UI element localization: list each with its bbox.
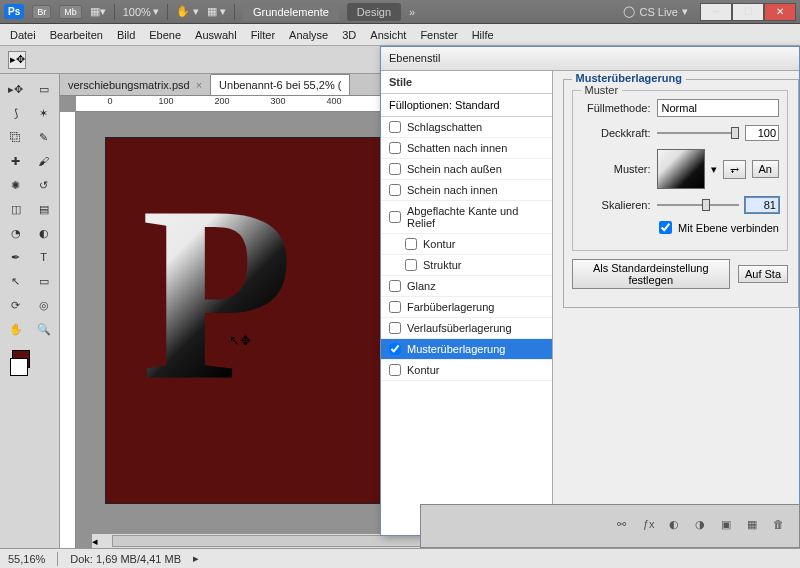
hand-icon[interactable]: ✋ ▾ <box>176 5 199 18</box>
menu-ansicht[interactable]: Ansicht <box>370 29 406 41</box>
menu-auswahl[interactable]: Auswahl <box>195 29 237 41</box>
checkbox[interactable] <box>389 322 401 334</box>
blend-mode-select[interactable]: Normal <box>657 99 779 117</box>
workspace-grundelemente[interactable]: Grundelemente <box>243 3 339 21</box>
link-icon[interactable]: ⚯ <box>617 518 633 534</box>
gradient-tool[interactable]: ▤ <box>31 198 57 220</box>
pen-tool[interactable]: ✒ <box>3 246 29 268</box>
magic-wand-tool[interactable]: ✶ <box>31 102 57 124</box>
move-tool[interactable]: ▸✥ <box>3 78 29 100</box>
menu-bild[interactable]: Bild <box>117 29 135 41</box>
snap-to-origin-button[interactable]: ⥅ <box>723 160 746 179</box>
effect-outer-glow[interactable]: Schein nach außen <box>381 159 552 180</box>
checkbox[interactable] <box>389 163 401 175</box>
folder-icon[interactable]: ▣ <box>721 518 737 534</box>
menu-hilfe[interactable]: Hilfe <box>472 29 494 41</box>
effect-inner-shadow[interactable]: Schatten nach innen <box>381 138 552 159</box>
status-chevron-icon[interactable]: ▸ <box>193 552 199 565</box>
trash-icon[interactable]: 🗑 <box>773 518 789 534</box>
blur-tool[interactable]: ◔ <box>3 222 29 244</box>
cslive-chevron-icon[interactable]: ▾ <box>682 5 688 18</box>
hand-tool[interactable]: ✋ <box>3 318 29 340</box>
canvas[interactable]: P ↖✥ <box>106 138 391 503</box>
menu-filter[interactable]: Filter <box>251 29 275 41</box>
minimize-button[interactable]: ━ <box>700 3 732 21</box>
effect-satin[interactable]: Glanz <box>381 276 552 297</box>
menu-ebene[interactable]: Ebene <box>149 29 181 41</box>
fx-icon[interactable]: ƒx <box>643 518 659 534</box>
eraser-tool[interactable]: ◫ <box>3 198 29 220</box>
close-icon[interactable]: × <box>196 79 202 91</box>
maximize-button[interactable]: ☐ <box>732 3 764 21</box>
zoom-level[interactable]: 55,16% <box>8 553 45 565</box>
mask-icon[interactable]: ◐ <box>669 518 685 534</box>
brush-tool[interactable]: 🖌 <box>31 150 57 172</box>
checkbox[interactable] <box>389 343 401 355</box>
checkbox[interactable] <box>389 301 401 313</box>
close-button[interactable]: ✕ <box>764 3 796 21</box>
opacity-slider[interactable] <box>657 132 739 134</box>
checkbox[interactable] <box>389 121 401 133</box>
checkbox[interactable] <box>389 142 401 154</box>
shape-tool[interactable]: ▭ <box>31 270 57 292</box>
scroll-left-icon[interactable]: ◂ <box>92 535 98 548</box>
checkbox[interactable] <box>389 280 401 292</box>
menu-fenster[interactable]: Fenster <box>420 29 457 41</box>
adjustment-icon[interactable]: ◑ <box>695 518 711 534</box>
effect-gradient-overlay[interactable]: Verlaufsüberlagerung <box>381 318 552 339</box>
background-color-swatch[interactable] <box>10 358 28 376</box>
opacity-input[interactable]: 100 <box>745 125 779 141</box>
effect-pattern-overlay[interactable]: Musterüberlagerung <box>381 339 552 360</box>
an-button[interactable]: An <box>752 160 779 178</box>
effect-drop-shadow[interactable]: Schlagschatten <box>381 117 552 138</box>
menu-bearbeiten[interactable]: Bearbeiten <box>50 29 103 41</box>
lasso-tool[interactable]: ⟆ <box>3 102 29 124</box>
dodge-tool[interactable]: ◐ <box>31 222 57 244</box>
3d-tool[interactable]: ⟳ <box>3 294 29 316</box>
checkbox[interactable] <box>405 238 417 250</box>
marquee-tool[interactable]: ▭ <box>31 78 57 100</box>
minibridge-badge[interactable]: Mb <box>59 5 82 19</box>
workspace-design[interactable]: Design <box>347 3 401 21</box>
scale-slider[interactable] <box>657 204 739 206</box>
menu-datei[interactable]: Datei <box>10 29 36 41</box>
pattern-dropdown-icon[interactable]: ▾ <box>711 163 717 176</box>
scale-input[interactable]: 81 <box>745 197 779 213</box>
crop-tool[interactable]: ⿻ <box>3 126 29 148</box>
document-size[interactable]: Dok: 1,69 MB/4,41 MB <box>70 553 181 565</box>
zoom-tool[interactable]: 🔍 <box>31 318 57 340</box>
zoom-dropdown[interactable]: 100% ▾ <box>123 5 159 18</box>
effect-color-overlay[interactable]: Farbüberlagerung <box>381 297 552 318</box>
menu-3d[interactable]: 3D <box>342 29 356 41</box>
styles-header[interactable]: Stile <box>381 71 552 94</box>
3d-camera-tool[interactable]: ◎ <box>31 294 57 316</box>
history-brush-tool[interactable]: ↺ <box>31 174 57 196</box>
blend-options-row[interactable]: Fülloptionen: Standard <box>381 94 552 117</box>
workspace-more[interactable]: » <box>409 6 415 18</box>
checkbox[interactable] <box>389 184 401 196</box>
new-layer-icon[interactable]: ▦ <box>747 518 763 534</box>
move-tool-icon[interactable]: ▸✥ <box>8 51 26 69</box>
checkbox[interactable] <box>389 364 401 376</box>
healing-tool[interactable]: ✚ <box>3 150 29 172</box>
tab-verschiebungsmatrix[interactable]: verschiebungsmatrix.psd× <box>60 75 211 95</box>
reset-default-button[interactable]: Auf Sta <box>738 265 788 283</box>
eyedropper-tool[interactable]: ✎ <box>31 126 57 148</box>
dialog-title[interactable]: Ebenenstil <box>381 47 799 71</box>
stamp-tool[interactable]: ✺ <box>3 174 29 196</box>
checkbox[interactable] <box>405 259 417 271</box>
effect-bevel[interactable]: Abgeflachte Kante und Relief <box>381 201 552 234</box>
make-default-button[interactable]: Als Standardeinstellung festlegen <box>572 259 730 289</box>
grid-icon[interactable]: ▦ ▾ <box>207 5 226 18</box>
bridge-badge[interactable]: Br <box>32 5 51 19</box>
effect-inner-glow[interactable]: Schein nach innen <box>381 180 552 201</box>
menu-analyse[interactable]: Analyse <box>289 29 328 41</box>
link-layer-checkbox[interactable] <box>659 221 672 234</box>
tab-unbenannt[interactable]: Unbenannt-6 bei 55,2% ( <box>211 74 350 95</box>
type-tool[interactable]: T <box>31 246 57 268</box>
checkbox[interactable] <box>389 211 401 223</box>
cslive-label[interactable]: CS Live <box>639 6 678 18</box>
screen-mode-dropdown[interactable]: ▦▾ <box>90 5 106 18</box>
effect-stroke[interactable]: Kontur <box>381 360 552 381</box>
pattern-swatch[interactable] <box>657 149 705 189</box>
